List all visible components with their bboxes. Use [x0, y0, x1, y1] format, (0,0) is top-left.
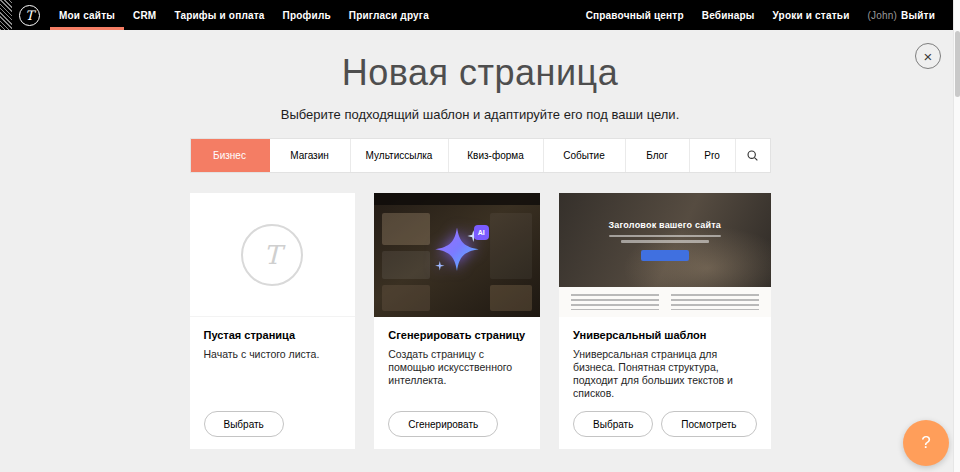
close-button[interactable]: ×: [915, 43, 941, 69]
topbar: T Мои сайты CRM Тарифы и оплата Профиль …: [0, 0, 960, 30]
close-icon: ×: [924, 49, 933, 64]
nav-tariffs[interactable]: Тарифы и оплата: [165, 0, 273, 30]
logout-label: Выйти: [901, 10, 935, 21]
nav-help-center[interactable]: Справочный центр: [577, 0, 693, 30]
tilda-circle-logo-icon: T: [241, 224, 303, 286]
choose-blank-button[interactable]: Выбрать: [204, 411, 284, 437]
card-actions: Выбрать: [204, 400, 342, 437]
card-title: Сгенерировать страницу: [388, 329, 526, 341]
preview-menubar: [374, 193, 540, 205]
topbar-nav-left: Мои сайты CRM Тарифы и оплата Профиль Пр…: [50, 0, 438, 30]
preview-heading: Заголовок вашего сайта: [608, 220, 721, 230]
nav-crm[interactable]: CRM: [124, 0, 165, 30]
preview-hero: Заголовок вашего сайта: [559, 193, 770, 287]
nav-lessons[interactable]: Уроки и статьи: [764, 0, 859, 30]
template-card-ai: AI Сгенерировать страницу Создать страни…: [374, 193, 540, 449]
card-description: Создать страницу с помощью искусственног…: [388, 348, 526, 387]
tab-pro[interactable]: Pro: [690, 139, 736, 172]
question-mark-icon: ?: [921, 433, 930, 453]
page-subtitle: Выберите подходящий шаблон и адаптируйте…: [0, 107, 960, 122]
tilda-logo-letter: T: [25, 8, 34, 23]
tab-store[interactable]: Магазин: [270, 139, 351, 172]
card-body: Универсальный шаблон Универсальная стран…: [559, 317, 770, 449]
preview-text-section: [559, 287, 770, 317]
template-category-tabs: Бизнес Магазин Мультиссылка Квиз-форма С…: [190, 138, 771, 173]
choose-universal-button[interactable]: Выбрать: [573, 411, 653, 437]
tab-event[interactable]: Событие: [544, 139, 626, 172]
texture-pattern-icon: [0, 0, 12, 30]
template-card-universal: Заголовок вашего сайта Универсальный шаб…: [559, 193, 770, 449]
vertical-scrollbar: [953, 0, 960, 472]
blank-template-preview: T: [190, 193, 356, 317]
generate-button[interactable]: Сгенерировать: [388, 411, 498, 437]
card-description: Универсальная страница для бизнеса. Поня…: [573, 348, 756, 400]
card-body: Пустая страница Начать с чистого листа. …: [190, 317, 356, 449]
nav-invite-friend[interactable]: Пригласи друга: [340, 0, 438, 30]
ai-template-preview: AI: [374, 193, 540, 317]
page-title: Новая страница: [0, 52, 960, 94]
tab-search[interactable]: [736, 139, 770, 172]
universal-template-preview: Заголовок вашего сайта: [559, 193, 770, 317]
card-actions: Выбрать Посмотреть: [573, 400, 756, 437]
new-page-dialog: × Новая страница Выберите подходящий шаб…: [0, 30, 960, 472]
card-actions: Сгенерировать: [388, 400, 526, 437]
card-title: Пустая страница: [204, 329, 342, 341]
user-name: (John): [867, 10, 897, 21]
tilda-logo[interactable]: T: [19, 5, 40, 26]
template-card-blank: T Пустая страница Начать с чистого листа…: [190, 193, 356, 449]
nav-profile[interactable]: Профиль: [274, 0, 340, 30]
tab-quiz-form[interactable]: Квиз-форма: [449, 139, 544, 172]
ai-badge: AI: [474, 225, 489, 240]
view-universal-button[interactable]: Посмотреть: [661, 411, 756, 437]
topbar-nav-right: Справочный центр Вебинары Уроки и статьи…: [577, 0, 960, 30]
card-body: Сгенерировать страницу Создать страницу …: [374, 317, 540, 449]
tab-multilink[interactable]: Мультиссылка: [351, 139, 449, 172]
card-title: Универсальный шаблон: [573, 329, 756, 341]
magnifier-icon: [746, 149, 759, 162]
scrollbar-thumb[interactable]: [955, 31, 960, 97]
nav-webinars[interactable]: Вебинары: [693, 0, 764, 30]
preview-cta-button: [641, 250, 689, 261]
nav-my-sites[interactable]: Мои сайты: [50, 0, 124, 30]
card-description: Начать с чистого листа.: [204, 348, 342, 361]
tab-business[interactable]: Бизнес: [191, 139, 270, 172]
template-cards-grid: T Пустая страница Начать с чистого листа…: [190, 193, 771, 449]
nav-logout[interactable]: (John) Выйти: [858, 0, 944, 30]
blank-logo-letter: T: [264, 240, 281, 270]
tab-blog[interactable]: Блог: [626, 139, 690, 172]
help-button[interactable]: ?: [903, 420, 949, 466]
